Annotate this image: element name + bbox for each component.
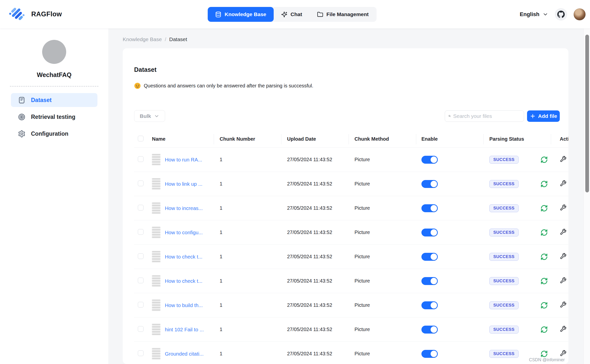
row-checkbox[interactable] <box>138 326 144 332</box>
chunk-method-cell: Picture <box>349 230 416 235</box>
column-header-enable: Enable <box>416 136 483 142</box>
file-thumbnail <box>152 154 160 165</box>
sidebar-item-retrieval-testing[interactable]: Retrieval testing <box>11 110 97 124</box>
file-name-link[interactable]: How to configu... <box>165 230 203 235</box>
enable-toggle[interactable] <box>421 204 438 212</box>
table-row: How to check t... 1 27/05/2024 11:43:52 … <box>134 245 568 269</box>
enable-toggle[interactable] <box>421 253 438 261</box>
row-checkbox[interactable] <box>138 229 144 235</box>
enable-toggle[interactable] <box>421 277 438 285</box>
tool-wrench-button[interactable] <box>560 301 566 308</box>
reparse-refresh-button[interactable] <box>540 326 548 333</box>
file-name-link[interactable]: How to run RA... <box>165 157 202 163</box>
chunk-number-cell: 1 <box>214 230 281 235</box>
toggle-knob <box>431 205 437 211</box>
file-name-link[interactable]: How to build th... <box>165 302 203 308</box>
chevron-down-icon <box>542 11 548 17</box>
language-selector[interactable]: English <box>520 11 548 18</box>
kb-name: WechatFAQ <box>0 71 108 78</box>
file-name-link[interactable]: hint 102 Fail to ... <box>165 327 204 333</box>
enable-toggle[interactable] <box>421 326 438 334</box>
kb-sidebar: WechatFAQ Dataset Retrieval testing Conf… <box>0 28 108 364</box>
add-file-button[interactable]: Add file <box>527 110 560 122</box>
row-checkbox[interactable] <box>138 205 144 210</box>
sidebar-item-configuration[interactable]: Configuration <box>11 127 97 141</box>
enable-toggle[interactable] <box>421 180 438 188</box>
file-thumbnail <box>152 227 160 238</box>
reparse-refresh-button[interactable] <box>540 229 548 236</box>
file-thumbnail <box>152 348 160 360</box>
tab-chat[interactable]: Chat <box>274 7 310 22</box>
enable-toggle[interactable] <box>421 229 438 236</box>
search-box <box>445 110 524 122</box>
file-name-link[interactable]: How to increas... <box>165 205 203 211</box>
tool-wrench-button[interactable] <box>560 326 566 332</box>
file-thumbnail <box>152 275 160 287</box>
upload-date-cell: 27/05/2024 11:43:52 <box>281 254 349 260</box>
table-row: How to configu... 1 27/05/2024 11:43:52 … <box>134 220 568 245</box>
row-checkbox[interactable] <box>138 302 144 308</box>
bulk-button[interactable]: Bulk <box>134 110 165 122</box>
row-checkbox[interactable] <box>138 181 144 186</box>
tool-wrench-button[interactable] <box>560 277 566 284</box>
reparse-refresh-button[interactable] <box>540 180 548 188</box>
tool-wrench-button[interactable] <box>560 156 566 162</box>
breadcrumb-knowledge-base[interactable]: Knowledge Base <box>123 36 162 42</box>
tool-wrench-button[interactable] <box>560 229 566 235</box>
toggle-knob <box>431 229 437 236</box>
row-checkbox[interactable] <box>138 278 144 283</box>
tab-knowledge-base[interactable]: Knowledge Base <box>208 7 274 22</box>
search-input[interactable] <box>453 113 520 119</box>
ragflow-logo-icon <box>7 5 26 24</box>
enable-toggle[interactable] <box>421 156 438 164</box>
github-button[interactable] <box>555 8 567 21</box>
file-name-link[interactable]: Grounded citati... <box>165 351 204 357</box>
wrench-icon <box>560 326 566 332</box>
reparse-refresh-button[interactable] <box>540 302 548 309</box>
github-icon <box>557 11 565 18</box>
tool-wrench-button[interactable] <box>560 204 566 211</box>
enable-toggle[interactable] <box>421 301 438 309</box>
reparse-refresh-button[interactable] <box>540 205 548 212</box>
chunk-number-cell: 1 <box>214 157 281 162</box>
chunk-method-cell: Picture <box>349 278 416 284</box>
row-checkbox[interactable] <box>138 350 144 356</box>
sidebar-item-dataset[interactable]: Dataset <box>11 93 97 107</box>
tool-wrench-button[interactable] <box>560 350 566 357</box>
parsing-status-badge: SUCCESS <box>489 301 519 309</box>
tool-wrench-button[interactable] <box>560 253 566 260</box>
file-name-link[interactable]: How to link up ... <box>165 181 203 187</box>
parsing-status-badge: SUCCESS <box>489 326 519 334</box>
wrench-icon <box>560 253 566 260</box>
chunk-method-cell: Picture <box>349 157 416 162</box>
wrench-icon <box>560 277 566 284</box>
sparkles-icon <box>281 11 287 18</box>
add-file-label: Add file <box>538 113 557 119</box>
select-all-checkbox[interactable] <box>138 136 144 141</box>
sidebar-item-label: Retrieval testing <box>31 114 75 120</box>
file-name-link[interactable]: How to check t... <box>165 278 203 284</box>
reparse-refresh-button[interactable] <box>540 156 548 163</box>
tool-wrench-button[interactable] <box>560 180 566 187</box>
file-name-link[interactable]: How to check t... <box>165 254 203 260</box>
parsing-status-badge: SUCCESS <box>489 277 519 285</box>
vertical-scrollbar-thumb[interactable] <box>585 35 589 192</box>
column-header-parsing-status: Parsing Status <box>483 136 551 142</box>
main-nav-tabs: Knowledge Base Chat File Management <box>207 7 377 22</box>
page-description-text: Questions and answers can only be answer… <box>144 83 313 89</box>
reparse-refresh-button[interactable] <box>540 277 548 285</box>
row-checkbox[interactable] <box>138 253 144 259</box>
document-icon <box>18 96 26 104</box>
sidebar-item-label: Configuration <box>31 130 68 137</box>
file-thumbnail <box>152 251 160 262</box>
enable-toggle[interactable] <box>421 350 438 358</box>
row-checkbox[interactable] <box>138 156 144 162</box>
reparse-refresh-button[interactable] <box>540 253 548 260</box>
parsing-status-badge: SUCCESS <box>489 204 519 212</box>
user-avatar[interactable] <box>574 8 586 20</box>
file-thumbnail <box>152 300 160 311</box>
parsing-status-badge: SUCCESS <box>489 350 519 358</box>
gear-icon <box>18 130 26 138</box>
tab-file-management[interactable]: File Management <box>310 7 376 22</box>
reparse-refresh-button[interactable] <box>540 350 548 358</box>
